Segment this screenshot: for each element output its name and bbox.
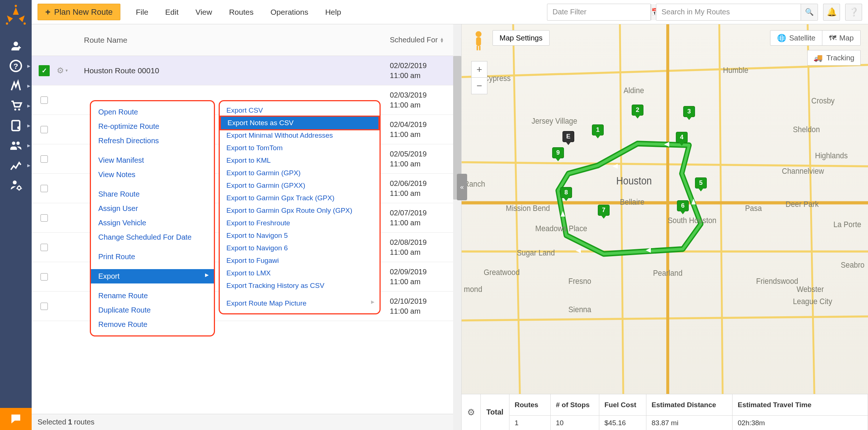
nav-cart-icon[interactable]: ▶ bbox=[0, 96, 32, 116]
nav-chat-icon[interactable] bbox=[0, 408, 32, 430]
map-type-satellite[interactable]: 🌐Satellite bbox=[770, 31, 822, 45]
menu-file[interactable]: File bbox=[136, 8, 148, 17]
menu-item[interactable]: Rename Route bbox=[91, 289, 214, 303]
summary-total-label: Total bbox=[481, 394, 509, 430]
menu-item[interactable]: Duplicate Route bbox=[91, 303, 214, 317]
menu-item[interactable]: Open Route bbox=[91, 105, 214, 119]
stop-pin[interactable]: 8 bbox=[560, 187, 572, 201]
menu-item[interactable]: Change Scheduled For Date bbox=[91, 230, 214, 244]
stop-pin[interactable]: 5 bbox=[695, 177, 707, 191]
menu-item[interactable]: Refresh Directions bbox=[91, 134, 214, 148]
submenu-item[interactable]: Export CSV bbox=[220, 104, 380, 117]
tracking-button[interactable]: 🚚Tracking bbox=[807, 50, 861, 66]
nav-analytics-icon[interactable]: ▶ bbox=[0, 155, 32, 175]
stop-pin[interactable]: 4 bbox=[676, 132, 688, 146]
menu-item[interactable]: Re-optimize Route bbox=[91, 119, 214, 134]
menu-item[interactable]: Assign Vehicle bbox=[91, 216, 214, 230]
submenu-item[interactable]: Export to TomTom bbox=[220, 142, 380, 154]
summary-fuel-val: $45.16 bbox=[599, 416, 646, 430]
svg-text:Aldine: Aldine bbox=[624, 86, 644, 95]
submenu-item[interactable]: Export Notes as CSV bbox=[220, 116, 380, 130]
row-checkbox[interactable] bbox=[40, 96, 48, 104]
col-scheduled-for[interactable]: Scheduled For▲▼ bbox=[390, 36, 449, 44]
menu-item[interactable]: Assign User bbox=[91, 201, 214, 216]
menu-item[interactable]: Export▶ bbox=[91, 269, 214, 283]
submenu-item[interactable]: Export Tracking History as CSV bbox=[220, 279, 380, 292]
row-checkbox[interactable] bbox=[40, 303, 48, 310]
nav-user-settings-icon[interactable] bbox=[0, 175, 32, 195]
col-route-name[interactable]: Route Name bbox=[80, 36, 390, 45]
zoom-in-button[interactable]: + bbox=[472, 61, 487, 78]
row-checkbox[interactable] bbox=[40, 273, 48, 281]
submenu-item[interactable]: Export to Fugawi bbox=[220, 254, 380, 267]
stop-pin[interactable]: 7 bbox=[598, 205, 610, 219]
zoom-out-button[interactable]: − bbox=[472, 78, 487, 94]
routes-panel: Route Name Scheduled For▲▼ ✓⚙▼Houston Ro… bbox=[32, 24, 462, 430]
svg-text:La Porte: La Porte bbox=[833, 220, 861, 229]
submenu-item[interactable]: Export Minimal Without Addresses bbox=[220, 129, 380, 142]
row-checkbox[interactable]: ✓ bbox=[39, 65, 50, 76]
globe-icon: 🌐 bbox=[777, 34, 786, 42]
menu-help[interactable]: Help bbox=[325, 8, 341, 17]
summary-gear-icon[interactable]: ⚙ bbox=[462, 394, 481, 430]
submenu-item[interactable]: Export to Navigon 6 bbox=[220, 242, 380, 254]
nav-add-user-icon[interactable] bbox=[0, 36, 32, 56]
map-panel[interactable]: Cypress Aldine Humble Crosby Jersey Vill… bbox=[462, 24, 868, 430]
menu-view[interactable]: View bbox=[195, 8, 212, 17]
row-gear-icon[interactable]: ⚙▼ bbox=[57, 66, 80, 75]
search-icon[interactable]: 🔍 bbox=[801, 4, 818, 20]
submenu-item[interactable]: Export to LMX bbox=[220, 267, 380, 279]
help-icon[interactable]: ❔ bbox=[845, 4, 862, 21]
row-checkbox[interactable] bbox=[40, 244, 48, 251]
map-settings-button[interactable]: Map Settings bbox=[493, 30, 550, 46]
svg-point-15 bbox=[18, 186, 21, 190]
scheduled-for: 02/03/201911:00 am bbox=[390, 90, 427, 110]
nav-team-icon[interactable]: ▶ bbox=[0, 135, 32, 155]
stop-pin[interactable]: 9 bbox=[552, 147, 564, 161]
submenu-item[interactable]: Export to Garmin Gpx Route Only (GPX) bbox=[220, 204, 380, 217]
chevron-right-icon: ▶ bbox=[371, 299, 374, 304]
notifications-icon[interactable]: 🔔 bbox=[823, 4, 840, 21]
svg-text:League City: League City bbox=[793, 297, 832, 306]
row-checkbox[interactable] bbox=[40, 155, 48, 163]
submenu-item[interactable]: Export to KML bbox=[220, 154, 380, 167]
stop-pin[interactable]: 6 bbox=[677, 200, 689, 214]
menu-item[interactable]: Remove Route bbox=[91, 317, 214, 332]
menu-item[interactable]: Print Route bbox=[91, 250, 214, 264]
nav-help-icon[interactable]: ?▶ bbox=[0, 56, 32, 76]
nav-addressbook-icon[interactable]: ▶ bbox=[0, 116, 32, 135]
table-row[interactable]: ✓⚙▼Houston Route 0001002/02/201911:00 am bbox=[32, 56, 461, 85]
summary-stops-hd: # of Stops bbox=[551, 394, 599, 416]
menu-item[interactable]: View Notes bbox=[91, 168, 214, 182]
search-input[interactable] bbox=[656, 8, 801, 16]
plan-new-route-button[interactable]: +Plan New Route bbox=[38, 4, 120, 20]
submenu-item[interactable]: Export to Garmin (GPXX) bbox=[220, 179, 380, 192]
end-pin[interactable]: E bbox=[562, 131, 574, 145]
submenu-item[interactable]: Export to Freshroute bbox=[220, 217, 380, 229]
submenu-item[interactable]: Export to Navigon 5 bbox=[220, 229, 380, 242]
stop-pin[interactable]: 2 bbox=[632, 105, 643, 119]
summary-dist-val: 83.87 mi bbox=[646, 416, 732, 430]
menu-routes[interactable]: Routes bbox=[229, 8, 254, 17]
submenu-item[interactable]: Export Route Map Picture▶ bbox=[220, 297, 380, 310]
menu-operations[interactable]: Operations bbox=[271, 8, 308, 17]
stop-pin[interactable]: 3 bbox=[683, 106, 695, 120]
nav-routes-icon[interactable]: ▶ bbox=[0, 76, 32, 96]
pegman-icon[interactable] bbox=[471, 30, 486, 51]
menu-item[interactable]: Share Route bbox=[91, 187, 214, 201]
svg-marker-0 bbox=[13, 7, 19, 15]
menu-edit[interactable]: Edit bbox=[165, 8, 179, 17]
menu-item[interactable]: View Manifest bbox=[91, 153, 214, 168]
summary-fuel-hd: Fuel Cost bbox=[599, 394, 646, 416]
scrollbar[interactable] bbox=[453, 24, 461, 430]
row-checkbox[interactable] bbox=[40, 214, 48, 222]
map-type-map[interactable]: 🗺Map bbox=[822, 31, 860, 45]
submenu-item[interactable]: Export to Garmin Gpx Track (GPX) bbox=[220, 192, 380, 204]
svg-text:Meadows Place: Meadows Place bbox=[535, 224, 587, 233]
row-checkbox[interactable] bbox=[40, 126, 48, 133]
date-filter-input[interactable] bbox=[547, 8, 651, 16]
row-checkbox[interactable] bbox=[40, 185, 48, 192]
panel-splitter[interactable]: « bbox=[457, 174, 467, 200]
submenu-item[interactable]: Export to Garmin (GPX) bbox=[220, 167, 380, 179]
stop-pin[interactable]: 1 bbox=[592, 124, 604, 138]
